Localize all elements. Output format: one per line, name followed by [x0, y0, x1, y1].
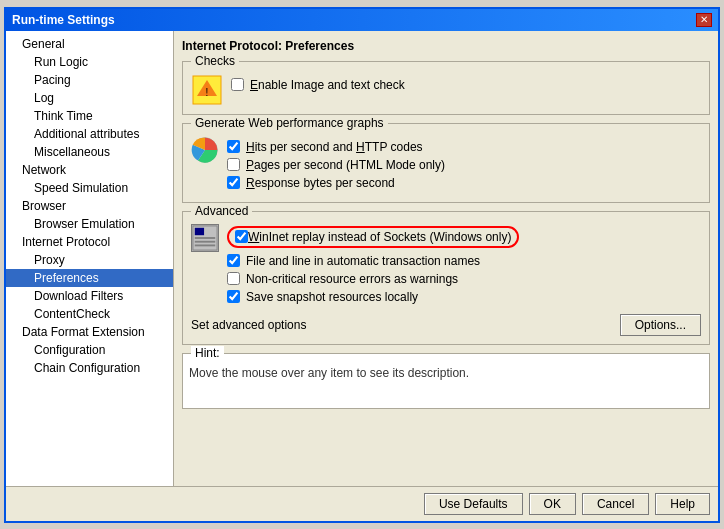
- footer: Use Defaults OK Cancel Help: [6, 486, 718, 521]
- sidebar-item-speed-simulation[interactable]: Speed Simulation: [6, 179, 173, 197]
- advanced-icon: [191, 224, 219, 252]
- sidebar-item-browser[interactable]: Browser: [6, 197, 173, 215]
- sidebar-item-proxy[interactable]: Proxy: [6, 251, 173, 269]
- sidebar-item-think-time[interactable]: Think Time: [6, 107, 173, 125]
- enable-image-text-row: Enable Image and text check: [231, 78, 405, 92]
- enable-image-text-label: Enable Image and text check: [250, 78, 405, 92]
- window-body: GeneralRun LogicPacingLogThink TimeAddit…: [6, 31, 718, 486]
- sidebar-item-browser-emulation[interactable]: Browser Emulation: [6, 215, 173, 233]
- perf-checkboxes: Hits per second and HTTP codes Pages per…: [227, 136, 445, 194]
- response-bytes-label: Response bytes per second: [246, 176, 395, 190]
- file-and-line-row: File and line in automatic transaction n…: [227, 254, 701, 268]
- perf-group: Generate Web performance graphs: [182, 123, 710, 203]
- wininet-replay-checkbox[interactable]: [235, 230, 248, 243]
- response-bytes-row: Response bytes per second: [227, 176, 445, 190]
- advanced-icon-area: WinInet replay instead of Sockets (Windo…: [191, 224, 701, 308]
- wininet-highlight: WinInet replay instead of Sockets (Windo…: [227, 226, 519, 248]
- sidebar-item-miscellaneous[interactable]: Miscellaneous: [6, 143, 173, 161]
- checks-icon-area: ! Enable Image and text check: [191, 74, 701, 106]
- hits-per-second-checkbox[interactable]: [227, 140, 240, 153]
- response-bytes-checkbox[interactable]: [227, 176, 240, 189]
- sidebar-item-internet-protocol[interactable]: Internet Protocol: [6, 233, 173, 251]
- svg-text:!: !: [206, 87, 209, 98]
- use-defaults-button[interactable]: Use Defaults: [424, 493, 523, 515]
- advanced-content: WinInet replay instead of Sockets (Windo…: [191, 224, 701, 336]
- options-button[interactable]: Options...: [620, 314, 701, 336]
- sidebar-item-preferences[interactable]: Preferences: [6, 269, 173, 287]
- sidebar-item-additional-attributes[interactable]: Additional attributes: [6, 125, 173, 143]
- sidebar-item-data-format-extension[interactable]: Data Format Extension: [6, 323, 173, 341]
- sidebar-item-download-filters[interactable]: Download Filters: [6, 287, 173, 305]
- checks-icon: !: [191, 74, 223, 106]
- pages-per-second-label: Pages per second (HTML Mode only): [246, 158, 445, 172]
- sidebar-item-configuration[interactable]: Configuration: [6, 341, 173, 359]
- title-bar: Run-time Settings ✕: [6, 9, 718, 31]
- sidebar-item-content-check[interactable]: ContentCheck: [6, 305, 173, 323]
- close-button[interactable]: ✕: [696, 13, 712, 27]
- pages-per-second-checkbox[interactable]: [227, 158, 240, 171]
- sidebar-item-run-logic[interactable]: Run Logic: [6, 53, 173, 71]
- non-critical-row: Non-critical resource errors as warnings: [227, 272, 701, 286]
- ok-button[interactable]: OK: [529, 493, 576, 515]
- file-and-line-label: File and line in automatic transaction n…: [246, 254, 480, 268]
- svg-rect-8: [195, 244, 215, 246]
- sidebar-item-log[interactable]: Log: [6, 89, 173, 107]
- svg-rect-6: [195, 237, 215, 239]
- perf-icon-area: Hits per second and HTTP codes Pages per…: [191, 136, 701, 194]
- advanced-group: Advanced: [182, 211, 710, 345]
- file-and-line-checkbox[interactable]: [227, 254, 240, 267]
- checks-group: Checks ! Enab: [182, 61, 710, 115]
- checks-group-title: Checks: [191, 54, 239, 68]
- perf-content: Hits per second and HTTP codes Pages per…: [191, 136, 701, 194]
- pages-per-second-row: Pages per second (HTML Mode only): [227, 158, 445, 172]
- cancel-button[interactable]: Cancel: [582, 493, 649, 515]
- perf-group-title: Generate Web performance graphs: [191, 116, 388, 130]
- hint-box: Hint: Move the mouse over any item to se…: [182, 353, 710, 409]
- run-time-settings-window: Run-time Settings ✕ GeneralRun LogicPaci…: [4, 7, 720, 523]
- sidebar-item-pacing[interactable]: Pacing: [6, 71, 173, 89]
- section-title: Internet Protocol: Preferences: [182, 39, 710, 53]
- advanced-checkboxes: WinInet replay instead of Sockets (Windo…: [227, 224, 701, 308]
- checks-content: ! Enable Image and text check: [191, 74, 701, 106]
- hits-per-second-row: Hits per second and HTTP codes: [227, 140, 445, 154]
- svg-rect-5: [195, 227, 204, 234]
- checks-checkboxes: Enable Image and text check: [231, 74, 405, 96]
- sidebar-item-general[interactable]: General: [6, 35, 173, 53]
- non-critical-checkbox[interactable]: [227, 272, 240, 285]
- save-snapshot-row: Save snapshot resources locally: [227, 290, 701, 304]
- sidebar: GeneralRun LogicPacingLogThink TimeAddit…: [6, 31, 174, 486]
- save-snapshot-checkbox[interactable]: [227, 290, 240, 303]
- set-advanced-label: Set advanced options: [191, 318, 306, 332]
- main-content: Internet Protocol: Preferences Checks !: [174, 31, 718, 486]
- enable-image-text-checkbox[interactable]: [231, 78, 244, 91]
- hint-text: Move the mouse over any item to see its …: [189, 366, 703, 380]
- wininet-replay-label: WinInet replay instead of Sockets (Windo…: [248, 230, 511, 244]
- options-row: Set advanced options Options...: [191, 314, 701, 336]
- help-button[interactable]: Help: [655, 493, 710, 515]
- sidebar-item-chain-configuration[interactable]: Chain Configuration: [6, 359, 173, 377]
- svg-rect-7: [195, 240, 215, 242]
- advanced-group-title: Advanced: [191, 204, 252, 218]
- window-title: Run-time Settings: [12, 13, 115, 27]
- hits-per-second-label: Hits per second and HTTP codes: [246, 140, 423, 154]
- save-snapshot-label: Save snapshot resources locally: [246, 290, 418, 304]
- pie-chart-icon: [191, 136, 219, 167]
- hint-title: Hint:: [191, 346, 224, 360]
- non-critical-label: Non-critical resource errors as warnings: [246, 272, 458, 286]
- sidebar-item-network[interactable]: Network: [6, 161, 173, 179]
